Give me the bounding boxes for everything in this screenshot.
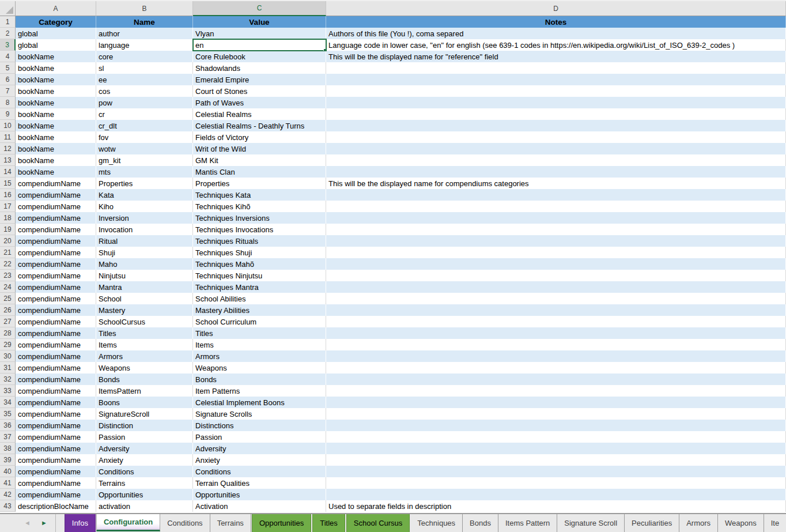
cell-A39[interactable]: compendiumName <box>16 454 96 466</box>
cell-D34[interactable] <box>326 397 786 408</box>
cell-A29[interactable]: compendiumName <box>16 339 96 350</box>
cell-C41[interactable]: Terrain Qualities <box>193 477 326 489</box>
cell-C32[interactable]: Bonds <box>193 373 326 385</box>
cell-B6[interactable]: ee <box>96 74 193 85</box>
cell-C43[interactable]: Activation <box>193 500 326 512</box>
row-number-36[interactable]: 36 <box>0 420 16 431</box>
cell-D43[interactable]: Used to separate fields in description <box>326 500 786 512</box>
cell-C34[interactable]: Celestial Implement Boons <box>193 397 326 408</box>
row-number-25[interactable]: 25 <box>0 293 16 304</box>
cell-D6[interactable] <box>326 74 786 85</box>
cell-D22[interactable] <box>326 258 786 270</box>
cell-B9[interactable]: cr <box>96 108 193 120</box>
sheet-tab-school-cursus[interactable]: School Cursus <box>346 514 410 532</box>
cell-A35[interactable]: compendiumName <box>16 408 96 420</box>
cell-B42[interactable]: Opportunities <box>96 489 193 500</box>
row-number-14[interactable]: 14 <box>0 166 16 178</box>
cell-B34[interactable]: Boons <box>96 397 193 408</box>
cell-D21[interactable] <box>326 247 786 258</box>
cell-D10[interactable] <box>326 120 786 131</box>
cell-A32[interactable]: compendiumName <box>16 373 96 385</box>
sheet-tab-bonds[interactable]: Bonds <box>463 514 498 532</box>
cell-B16[interactable]: Kata <box>96 189 193 201</box>
cell-C40[interactable]: Conditions <box>193 466 326 477</box>
cell-C27[interactable]: School Curriculum <box>193 316 326 327</box>
row-number-11[interactable]: 11 <box>0 131 16 143</box>
cell-A41[interactable]: compendiumName <box>16 477 96 489</box>
sheet-tab-signature-scroll[interactable]: Signature Scroll <box>557 514 625 532</box>
cell-A23[interactable]: compendiumName <box>16 270 96 281</box>
cell-C29[interactable]: Items <box>193 339 326 350</box>
cell-B40[interactable]: Conditions <box>96 466 193 477</box>
cell-A34[interactable]: compendiumName <box>16 397 96 408</box>
cell-C7[interactable]: Court of Stones <box>193 85 326 97</box>
row-number-30[interactable]: 30 <box>0 350 16 362</box>
cell-D14[interactable] <box>326 166 786 178</box>
cell-A24[interactable]: compendiumName <box>16 281 96 293</box>
row-number-38[interactable]: 38 <box>0 443 16 454</box>
cell-A2[interactable]: global <box>16 28 96 39</box>
row-number-7[interactable]: 7 <box>0 85 16 97</box>
row-number-17[interactable]: 17 <box>0 201 16 212</box>
cell-A8[interactable]: bookName <box>16 97 96 108</box>
cell-B20[interactable]: Ritual <box>96 235 193 247</box>
cell-D4[interactable]: This will be the displayed name for "ref… <box>326 51 786 62</box>
cell-D11[interactable] <box>326 131 786 143</box>
row-number-27[interactable]: 27 <box>0 316 16 327</box>
cell-A18[interactable]: compendiumName <box>16 212 96 224</box>
cell-D23[interactable] <box>326 270 786 281</box>
cell-C15[interactable]: Properties <box>193 178 326 189</box>
cell-A19[interactable]: compendiumName <box>16 224 96 235</box>
row-number-2[interactable]: 2 <box>0 28 16 39</box>
cell-B39[interactable]: Anxiety <box>96 454 193 466</box>
cell-A33[interactable]: compendiumName <box>16 385 96 397</box>
row-number-20[interactable]: 20 <box>0 235 16 247</box>
sheet-tab-infos[interactable]: Infos <box>65 514 96 532</box>
cell-C9[interactable]: Celestial Realms <box>193 108 326 120</box>
cell-C2[interactable]: Vlyan <box>193 28 326 39</box>
cell-B21[interactable]: Shuji <box>96 247 193 258</box>
cell-C5[interactable]: Shadowlands <box>193 62 326 74</box>
cell-C24[interactable]: Techniques Mantra <box>193 281 326 293</box>
cell-A40[interactable]: compendiumName <box>16 466 96 477</box>
cell-C33[interactable]: Item Patterns <box>193 385 326 397</box>
sheet-tab-titles[interactable]: Titles <box>312 514 345 532</box>
sheet-tab-techniques[interactable]: Techniques <box>410 514 463 532</box>
column-header-A[interactable]: A <box>16 1 96 16</box>
cell-A9[interactable]: bookName <box>16 108 96 120</box>
cell-C37[interactable]: Passion <box>193 431 326 443</box>
cell-A31[interactable]: compendiumName <box>16 362 96 373</box>
sheet-tab-weapons[interactable]: Weapons <box>718 514 764 532</box>
row-number-39[interactable]: 39 <box>0 454 16 466</box>
row-number-42[interactable]: 42 <box>0 489 16 500</box>
row-number-34[interactable]: 34 <box>0 397 16 408</box>
select-all-button[interactable] <box>0 1 16 16</box>
cell-A42[interactable]: compendiumName <box>16 489 96 500</box>
cell-B23[interactable]: Ninjutsu <box>96 270 193 281</box>
cell-D28[interactable] <box>326 327 786 339</box>
cell-B28[interactable]: Titles <box>96 327 193 339</box>
cell-D38[interactable] <box>326 443 786 454</box>
row-number-22[interactable]: 22 <box>0 258 16 270</box>
cell-B36[interactable]: Distinction <box>96 420 193 431</box>
cell-B37[interactable]: Passion <box>96 431 193 443</box>
cell-D3[interactable]: Language code in lower case, "en" for en… <box>326 39 786 51</box>
cell-D41[interactable] <box>326 477 786 489</box>
column-header-C[interactable]: C <box>193 1 326 16</box>
cell-C17[interactable]: Techniques Kihõ <box>193 201 326 212</box>
cell-D37[interactable] <box>326 431 786 443</box>
cell-C14[interactable]: Mantis Clan <box>193 166 326 178</box>
cell-C25[interactable]: School Abilities <box>193 293 326 304</box>
cell-B14[interactable]: mts <box>96 166 193 178</box>
cell-C8[interactable]: Path of Waves <box>193 97 326 108</box>
row-number-19[interactable]: 19 <box>0 224 16 235</box>
cell-C23[interactable]: Techniques Ninjutsu <box>193 270 326 281</box>
cell-A21[interactable]: compendiumName <box>16 247 96 258</box>
row-number-18[interactable]: 18 <box>0 212 16 224</box>
cell-C30[interactable]: Armors <box>193 350 326 362</box>
sheet-tab-ite[interactable]: Ite <box>764 514 786 532</box>
cell-B24[interactable]: Mantra <box>96 281 193 293</box>
cell-B11[interactable]: fov <box>96 131 193 143</box>
cell-B35[interactable]: SignatureScroll <box>96 408 193 420</box>
cell-B33[interactable]: ItemsPattern <box>96 385 193 397</box>
